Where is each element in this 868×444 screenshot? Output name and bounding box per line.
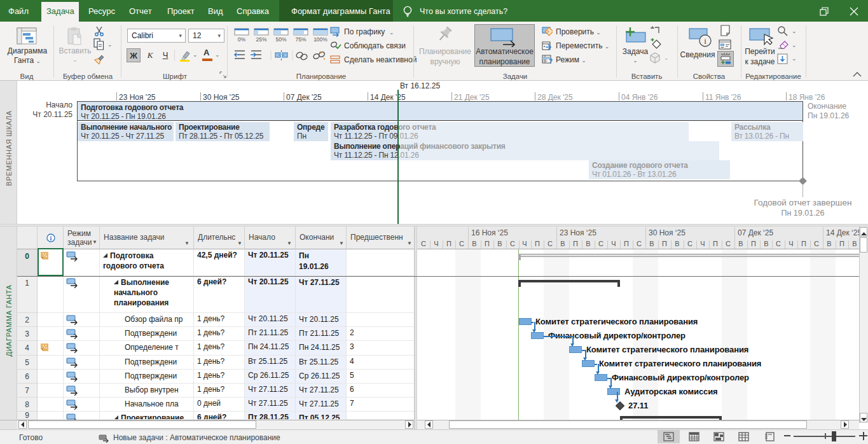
svg-text:75%: 75% (295, 36, 306, 42)
svg-text:?: ? (549, 58, 553, 65)
svg-text:i: i (50, 235, 52, 242)
svg-text:?: ? (546, 29, 549, 35)
svg-text:100%: 100% (313, 36, 327, 42)
svg-text:i: i (704, 36, 706, 46)
svg-text:25%: 25% (256, 36, 266, 42)
svg-text:0%: 0% (238, 36, 246, 42)
svg-text:50%: 50% (275, 36, 286, 42)
